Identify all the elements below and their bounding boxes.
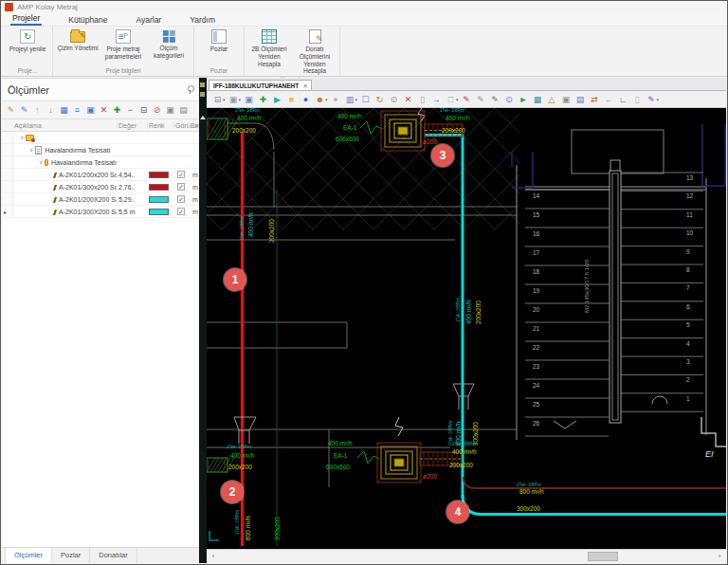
image-icon[interactable]: ▥ xyxy=(343,93,357,106)
measure-marker[interactable]: 4 xyxy=(446,501,469,523)
stair-number: 26 xyxy=(533,421,539,428)
delete-icon[interactable]: ✕ xyxy=(98,103,110,117)
menu-tab[interactable]: Yardım xyxy=(188,13,217,26)
blank-page-icon[interactable]: ▯ xyxy=(630,93,645,106)
pen-doc-icon[interactable]: ✎ xyxy=(488,93,502,106)
add-icon[interactable]: ✚ xyxy=(256,93,270,106)
table-row[interactable]: A-2K01/200x200 Sol 4,54.. m xyxy=(2,169,199,181)
panel-scrollbar[interactable] xyxy=(199,78,207,563)
panel-tab[interactable]: Pozlar xyxy=(52,548,90,563)
column-color[interactable]: Renk xyxy=(149,122,164,129)
sphere-icon[interactable]: ● xyxy=(299,93,313,106)
measure-marker[interactable]: 1 xyxy=(224,268,246,291)
forward-icon[interactable]: → xyxy=(429,93,444,106)
search-icon[interactable]: ⊙ xyxy=(502,93,517,106)
measure-edit-icon[interactable]: ✎ xyxy=(5,103,17,117)
drawing-tab[interactable]: IFF-186KULUKUTUPHANEHT xyxy=(209,80,312,90)
region-icon[interactable]: □ xyxy=(444,93,458,106)
table-row[interactable]: A-2K01/200X200 Sağ 5,29.. m xyxy=(2,193,199,206)
table-row[interactable] xyxy=(2,132,199,144)
table-icon[interactable]: ▦ xyxy=(531,93,545,106)
window-icon[interactable]: ▤ xyxy=(573,93,588,106)
list-icon[interactable]: ≡ xyxy=(71,103,83,117)
grid-header[interactable]: Açıklama Değer Renk Görü... Birim xyxy=(2,119,199,132)
chevron-down-icon[interactable] xyxy=(29,144,33,156)
column-desc[interactable]: Açıklama xyxy=(14,122,42,129)
chevron-down-icon[interactable] xyxy=(20,132,24,144)
swap-icon[interactable]: ⇄ xyxy=(588,93,602,106)
folder-icon[interactable]: ■ xyxy=(284,93,299,106)
disabled-icon[interactable]: ● xyxy=(329,93,343,106)
table-row[interactable]: Havalandırma Tesisatı xyxy=(2,144,199,156)
visibility-checkbox[interactable] xyxy=(177,208,185,215)
paste-icon[interactable]: ▣ xyxy=(242,93,256,106)
column-value[interactable]: Değer xyxy=(118,122,136,129)
measure-marker[interactable]: 3 xyxy=(431,144,454,167)
table-row[interactable]: A-2K01/300x200 Sol 2,76.. m xyxy=(2,181,199,193)
ribbon-button[interactable]: Proje metraj parametreleri xyxy=(100,27,146,66)
back-icon[interactable]: ← xyxy=(602,93,616,106)
column-divider xyxy=(147,122,148,129)
color-swatch[interactable] xyxy=(149,196,169,203)
print-icon[interactable]: ⊟ xyxy=(210,93,225,106)
chevron-down-icon[interactable] xyxy=(39,156,43,169)
copy-icon[interactable]: ▣ xyxy=(227,93,241,106)
panel-tab[interactable]: Donatılar xyxy=(90,548,136,563)
scroll-right-icon[interactable] xyxy=(713,550,726,563)
export-icon[interactable]: ↑ xyxy=(31,103,44,117)
scrollbar-thumb[interactable] xyxy=(588,552,618,561)
scroll-left-icon[interactable] xyxy=(207,550,220,563)
visibility-checkbox[interactable] xyxy=(177,171,185,178)
cad-canvas[interactable]: 1Tek- 3/8Pim400 m³/h200x200400 m³/hEA-16… xyxy=(207,108,726,549)
triangle-icon[interactable]: △ xyxy=(545,93,559,106)
copy-icon[interactable]: ▣ xyxy=(84,103,97,117)
horizontal-scrollbar[interactable] xyxy=(207,549,726,563)
users-icon[interactable]: ☻ xyxy=(313,93,327,106)
ribbon-button[interactable]: Pozlar xyxy=(196,27,242,66)
delete-icon[interactable]: ✕ xyxy=(401,93,415,106)
measure-marker[interactable]: 2 xyxy=(221,481,244,503)
edit-icon[interactable]: ✎ xyxy=(18,103,30,117)
select-arrow-icon[interactable]: ▶ xyxy=(270,93,284,106)
angle-icon[interactable]: ∟ xyxy=(616,93,630,106)
menu-tab[interactable]: Ayarlar xyxy=(134,13,163,26)
close-icon[interactable] xyxy=(303,82,307,89)
pin-icon[interactable] xyxy=(187,85,193,94)
page-icon[interactable]: ▯ xyxy=(415,93,429,106)
import-icon[interactable]: ↓ xyxy=(45,103,57,117)
remove-icon[interactable]: − xyxy=(124,103,136,117)
pen-red-icon[interactable]: ✎ xyxy=(460,93,474,106)
ribbon-button[interactable]: Ölçüm kategorileri xyxy=(146,27,191,66)
pen-purple-icon[interactable]: ✎ xyxy=(645,93,659,106)
table-row[interactable]: A-2K01/300X200 Sağ 5,5 m m xyxy=(2,206,199,218)
ribbon-button[interactable]: Donatı Ölçümlerini Yeniden Hesapla xyxy=(292,27,337,75)
color-swatch[interactable] xyxy=(149,209,169,215)
table-row[interactable]: Havalandırma Tesisatı xyxy=(2,156,199,169)
print-icon[interactable]: ⊟ xyxy=(137,103,150,117)
selection-box-icon[interactable]: ☐ xyxy=(358,93,373,106)
zoom-icon[interactable]: ⊙ xyxy=(387,93,401,106)
report-icon[interactable]: ▤ xyxy=(177,103,190,117)
menu-tab[interactable]: Projeler xyxy=(10,11,42,26)
add-icon[interactable]: ✚ xyxy=(111,103,123,117)
pages-icon[interactable]: ▣ xyxy=(164,103,176,117)
filter-caret-icon[interactable] xyxy=(195,122,198,129)
color-swatch[interactable] xyxy=(149,172,169,178)
visibility-checkbox[interactable] xyxy=(177,195,185,203)
rotate-icon[interactable]: ↻ xyxy=(373,93,387,106)
ribbon-button[interactable]: 2B Ölçümleri Yeniden Hesapla xyxy=(246,27,292,75)
pen-gray-icon[interactable]: ✎ xyxy=(474,93,488,106)
column-divider xyxy=(189,122,190,129)
visibility-checkbox[interactable] xyxy=(177,183,185,191)
ribbon-button[interactable]: Projeyi yenile xyxy=(5,27,50,66)
stair-number: 1 xyxy=(686,396,690,403)
flag-icon[interactable]: ► xyxy=(517,93,531,106)
ribbon-button[interactable]: Çizim Yönetimi xyxy=(55,27,100,66)
print-preview-icon[interactable]: ⊘ xyxy=(151,103,163,117)
grid-icon[interactable]: ▦ xyxy=(58,103,70,117)
pages-icon[interactable]: ▣ xyxy=(559,93,573,106)
color-swatch[interactable] xyxy=(149,184,169,191)
menu-tab[interactable]: Kütüphane xyxy=(66,13,109,26)
scroll-up-icon[interactable] xyxy=(200,116,206,119)
panel-tab[interactable]: Ölçümler xyxy=(5,548,52,563)
